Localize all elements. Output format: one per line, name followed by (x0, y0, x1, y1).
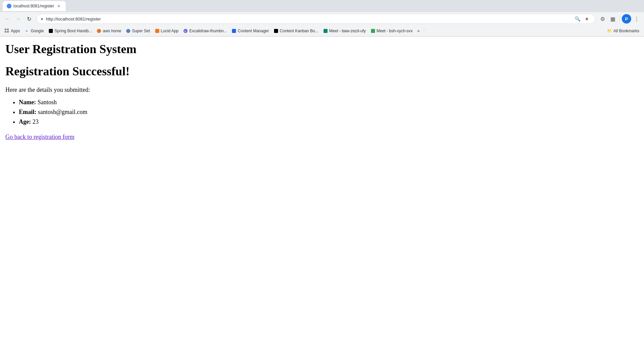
svg-text:G: G (26, 29, 28, 33)
profile-button[interactable]: P (622, 14, 631, 24)
chrome-labs-icon[interactable]: ⚙ (598, 14, 607, 24)
active-tab[interactable]: localhost:8081/register ✕ (3, 1, 66, 11)
menu-icon[interactable]: ⋮ (632, 14, 641, 24)
content-kanban-label: Content Kanban Bo... (280, 29, 318, 33)
apps-grid-icon (5, 29, 9, 33)
tab-close-button[interactable]: ✕ (56, 3, 62, 9)
details-list: Name: Santosh Email: santosh@gmail.com A… (5, 99, 639, 125)
meet-bsh-label: Meet - bsh-xych-svx (377, 29, 413, 33)
details-intro: Here are the details you submitted: (5, 86, 639, 93)
back-button[interactable]: ← (3, 14, 12, 24)
bookmark-apps[interactable]: Apps (3, 28, 22, 34)
name-field: Name: Santosh (19, 99, 639, 106)
spring-boot-label: Spring Boot Handb... (55, 29, 92, 33)
folder-icon: 📁 (607, 29, 612, 33)
bookmark-lucid[interactable]: Lucid App (153, 28, 181, 34)
address-bar[interactable]: ● 🔍 ★ (36, 14, 595, 24)
more-bookmarks-icon: » (417, 29, 420, 33)
tab-bar: localhost:8081/register ✕ (0, 0, 644, 12)
email-field: Email: santosh@gmail.com (19, 109, 639, 116)
bookmark-aws[interactable]: aws home (95, 28, 123, 34)
all-bookmarks-label: All Bookmarks (613, 29, 639, 33)
bookmark-google[interactable]: G Google (23, 28, 46, 34)
page-title: User Registration System (5, 42, 639, 56)
tab-favicon (7, 4, 11, 8)
address-bar-actions: 🔍 ★ (573, 15, 591, 23)
forward-button[interactable]: → (13, 14, 23, 24)
content-manager-favicon (232, 29, 236, 33)
apps-label: Apps (11, 29, 20, 33)
age-field: Age: 23 (19, 118, 639, 125)
meet-baw-label: Meet - baw-zezd-ufy (329, 29, 366, 33)
reload-button[interactable]: ↻ (24, 14, 34, 24)
meet-bsh-favicon (371, 29, 375, 33)
bookmark-meet-bsh[interactable]: Meet - bsh-xych-svx (369, 28, 415, 34)
spring-boot-favicon (48, 29, 53, 33)
meet-baw-favicon (323, 29, 328, 33)
name-label: Name: (19, 99, 36, 106)
page-content: User Registration System Registration Su… (0, 37, 644, 146)
svg-point-6 (126, 29, 130, 33)
svg-text:e: e (184, 30, 186, 33)
superset-label: Super Set (132, 29, 150, 33)
toolbar-divider (619, 15, 620, 22)
bookmark-spring-boot[interactable]: Spring Boot Handb... (46, 28, 94, 34)
url-input[interactable] (46, 16, 571, 22)
bookmark-star-icon[interactable]: ★ (583, 15, 591, 23)
svg-rect-3 (7, 31, 9, 33)
email-label: Email: (19, 109, 36, 115)
search-icon[interactable]: 🔍 (573, 15, 581, 23)
all-bookmarks-button[interactable]: 📁 All Bookmarks (605, 28, 641, 34)
google-favicon: G (25, 29, 29, 33)
extensions-icon[interactable]: ▦ (608, 14, 617, 24)
bookmark-more[interactable]: » (415, 28, 422, 34)
lucid-label: Lucid App (161, 29, 179, 33)
bookmark-meet-baw[interactable]: Meet - baw-zezd-ufy (321, 28, 368, 34)
tab-label: localhost:8081/register (13, 4, 54, 8)
bookmarks-separator (424, 28, 424, 34)
age-label: Age: (19, 118, 31, 125)
bookmark-superset[interactable]: Super Set (124, 28, 152, 34)
toolbar-right: ⚙ ▦ P ⋮ (598, 14, 641, 24)
aws-favicon (97, 29, 101, 33)
svg-rect-0 (5, 29, 6, 30)
superset-favicon (126, 29, 131, 33)
bookmark-content-kanban[interactable]: Content Kanban Bo... (272, 28, 320, 34)
content-manager-label: Content Manager (238, 29, 269, 33)
lucid-favicon (155, 29, 160, 33)
back-to-form-link[interactable]: Go back to registration form (5, 133, 74, 140)
svg-rect-2 (5, 31, 6, 33)
secure-icon: ● (41, 16, 43, 21)
aws-label: aws home (103, 29, 121, 33)
browser-toolbar: ← → ↻ ● 🔍 ★ ⚙ ▦ P ⋮ (0, 12, 644, 26)
bookmark-excalidraw[interactable]: e Excalidraw-thumbn... (181, 28, 229, 34)
google-label: Google (31, 29, 44, 33)
bookmarks-bar: Apps G Google Spring Boot Handb... aws h… (0, 26, 644, 36)
content-kanban-favicon (274, 29, 278, 33)
success-heading: Registration Successful! (5, 64, 639, 78)
excalidraw-label: Excalidraw-thumbn... (189, 29, 227, 33)
excalidraw-favicon: e (183, 29, 188, 33)
svg-rect-1 (7, 29, 9, 30)
browser-chrome: localhost:8081/register ✕ ← → ↻ ● 🔍 ★ ⚙ … (0, 0, 644, 37)
bookmark-content-manager[interactable]: Content Manager (230, 28, 271, 34)
